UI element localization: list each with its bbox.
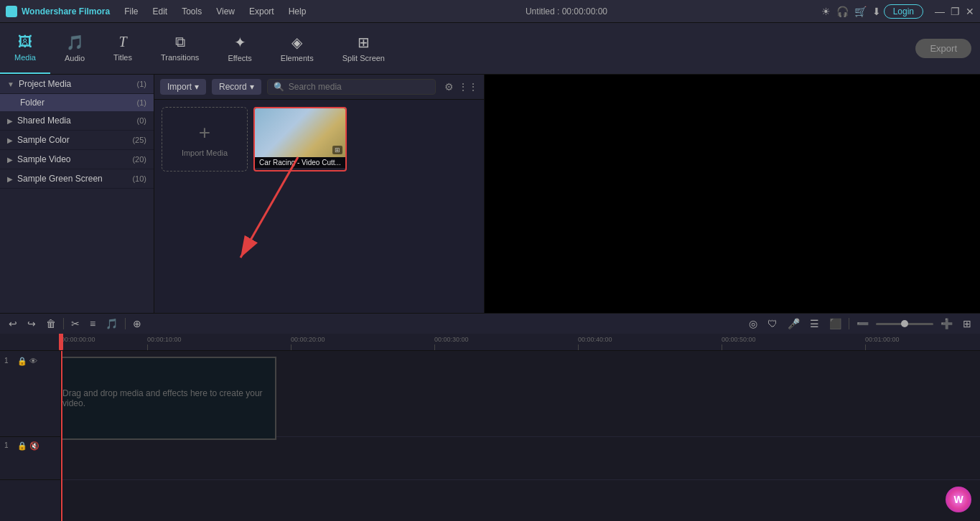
tab-audio-label: Audio [65, 54, 85, 62]
record-label: Record [219, 82, 247, 92]
maximize-button[interactable]: ❐ [951, 6, 960, 17]
sidebar-item-sample-green[interactable]: ▶ Sample Green Screen (10) [0, 169, 154, 189]
menu-export[interactable]: Export [243, 5, 280, 18]
mic-icon[interactable]: 🎤 [785, 316, 803, 331]
close-button[interactable]: ✕ [966, 6, 974, 17]
media-item-label: Car Racing - Video Cutt... [255, 157, 345, 168]
import-media-placeholder[interactable]: + Import Media [162, 107, 248, 172]
project-title: Untitled : 00:00:00:00 [526, 6, 607, 17]
import-label: Import [167, 82, 192, 92]
search-input[interactable] [289, 82, 429, 92]
zoom-in-icon[interactable]: ➕ [938, 316, 956, 331]
chevron-right-icon3: ▶ [7, 156, 13, 164]
media-icon: 🖼 [18, 34, 32, 50]
video-track-num: 1 [4, 357, 14, 365]
menu-view[interactable]: View [210, 5, 241, 18]
grid-icon[interactable]: ⋮⋮ [458, 81, 478, 93]
audio-track-row [61, 437, 980, 480]
ruler-mark-1: 00:00:10:00 [147, 336, 291, 350]
ruler-mark-5: 00:00:50:00 [722, 336, 865, 350]
sidebar-item-project-media[interactable]: ▼ Project Media (1) [0, 75, 154, 94]
tab-elements[interactable]: ◈ Elements [266, 23, 328, 74]
chevron-down-icon: ▼ [7, 80, 14, 88]
record-button[interactable]: Record ▾ [212, 79, 261, 95]
lock-icon[interactable]: 🔒 [17, 357, 27, 366]
motion-track-icon[interactable]: ◎ [746, 316, 760, 331]
audio-track-icons: 🔒 🔇 [17, 441, 39, 451]
track-headers: 1 🔒 👁 1 🔒 🔇 [0, 351, 61, 521]
tab-split-screen[interactable]: ⊞ Split Screen [328, 23, 399, 74]
redo-icon[interactable]: ↪ [24, 316, 39, 331]
fit-icon[interactable]: ⊞ [960, 316, 974, 331]
menu-edit[interactable]: Edit [146, 5, 173, 18]
subtitle-icon[interactable]: ⬛ [826, 316, 844, 331]
titles-icon: T [118, 34, 126, 50]
zoom-out-icon[interactable]: ➖ [854, 316, 872, 331]
drop-zone[interactable]: Drag and drop media and effects here to … [61, 357, 276, 440]
filter-icon[interactable]: ⚙ [444, 81, 454, 93]
sidebar-item-folder[interactable]: Folder (1) [0, 94, 154, 111]
eye-icon[interactable]: 👁 [29, 357, 37, 366]
sidebar-count-shared-media: (0) [137, 116, 146, 125]
snap-icon[interactable]: ⊕ [130, 316, 144, 331]
audio-lock-icon[interactable]: 🔒 [17, 441, 27, 451]
menu-help[interactable]: Help [283, 5, 312, 18]
adjust-icon[interactable]: ≡ [87, 316, 98, 331]
video-track-icons: 🔒 👁 [17, 357, 37, 366]
sidebar-item-shared-media[interactable]: ▶ Shared Media (0) [0, 111, 154, 131]
tab-transitions-label: Transitions [161, 53, 199, 62]
app-logo: Wondershare Filmora [6, 6, 110, 17]
mask-icon[interactable]: 🛡 [765, 316, 780, 331]
ruler-mark-2: 00:00:20:00 [291, 336, 434, 350]
delete-icon[interactable]: 🗑 [43, 316, 59, 331]
drop-zone-text: Drag and drop media and effects here to … [62, 388, 275, 408]
login-button[interactable]: Login [884, 4, 923, 19]
mute-icon[interactable]: 🔇 [29, 441, 39, 451]
plus-icon: + [199, 121, 210, 144]
sidebar-label-shared-media: Shared Media [17, 116, 137, 126]
media-item-car-racing[interactable]: ⊞ Car Racing - Video Cutt... [253, 107, 347, 172]
menu-tools[interactable]: Tools [176, 5, 207, 18]
tab-effects-label: Effects [228, 54, 251, 62]
tab-effects[interactable]: ✦ Effects [213, 23, 266, 74]
tab-audio[interactable]: 🎵 Audio [50, 23, 99, 74]
window-controls: — ❐ ✕ [935, 6, 974, 17]
export-button[interactable]: Export [915, 39, 971, 58]
brightness-icon[interactable]: ☀ [821, 6, 831, 17]
headphones-icon[interactable]: 🎧 [836, 6, 849, 17]
download-icon[interactable]: ⬇ [872, 6, 881, 17]
audio-track-num: 1 [4, 441, 14, 449]
sidebar-item-sample-color[interactable]: ▶ Sample Color (25) [0, 131, 154, 150]
menu-bar: Wondershare Filmora File Edit Tools View… [0, 0, 980, 23]
sidebar-item-sample-video[interactable]: ▶ Sample Video (20) [0, 150, 154, 169]
minimize-button[interactable]: — [935, 6, 945, 17]
audio-clip-icon[interactable]: 🎵 [103, 316, 121, 331]
tab-media[interactable]: 🖼 Media [0, 23, 50, 74]
cut-icon[interactable]: ✂ [68, 316, 83, 331]
import-button[interactable]: Import ▾ [160, 79, 206, 95]
export-area: Export [915, 23, 971, 74]
ruler-mark-4: 00:00:40:00 [578, 336, 722, 350]
zoom-control [876, 323, 933, 325]
cart-icon[interactable]: 🛒 [854, 6, 867, 17]
playhead [61, 351, 62, 521]
logo-icon [6, 6, 17, 17]
zoom-slider[interactable] [876, 323, 933, 325]
tab-titles-label: Titles [113, 53, 132, 62]
search-icon: 🔍 [274, 82, 284, 92]
tab-transitions[interactable]: ⧉ Transitions [146, 23, 213, 74]
import-media-label: Import Media [182, 149, 228, 157]
search-box[interactable]: 🔍 [267, 79, 436, 95]
timeline-ruler: 00:00:00:00 00:00:10:00 00:00:20:00 00:0… [0, 334, 980, 351]
tab-titles[interactable]: T Titles [99, 23, 146, 74]
tab-media-label: Media [14, 53, 36, 62]
timeline-area: ↩ ↪ 🗑 ✂ ≡ 🎵 ⊕ ◎ 🛡 🎤 ☰ ⬛ ➖ ➕ ⊞ 00:00:00: [0, 313, 980, 521]
ruler-label-0: 00:00:00:00 [61, 336, 95, 343]
undo-icon[interactable]: ↩ [6, 316, 20, 331]
ruler-mark-0: 00:00:00:00 [61, 336, 147, 350]
track-content: Drag and drop media and effects here to … [61, 351, 980, 521]
menu-file[interactable]: File [118, 5, 144, 18]
audio-track-header: 1 🔒 🔇 [0, 437, 60, 480]
sticker-icon[interactable]: ☰ [807, 316, 822, 331]
app-name: Wondershare Filmora [22, 6, 110, 17]
